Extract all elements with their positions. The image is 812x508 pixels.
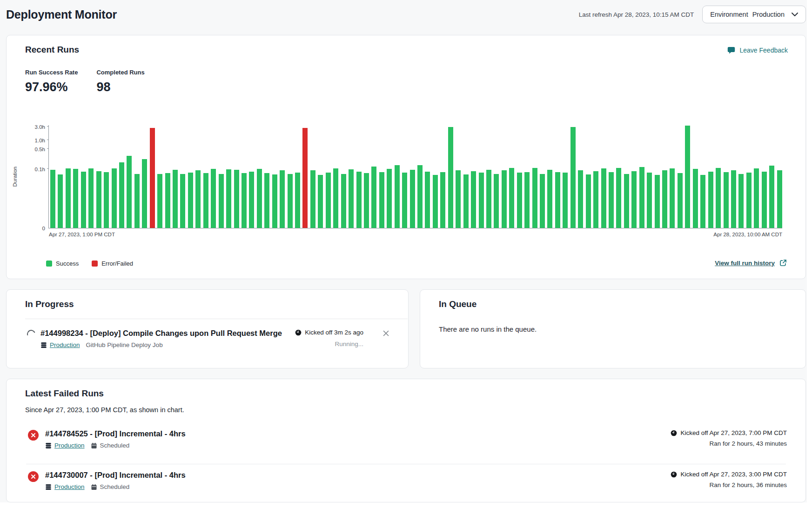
- chart-bar[interactable]: [738, 174, 744, 228]
- chart-bar[interactable]: [762, 172, 767, 228]
- chart-bar[interactable]: [731, 170, 736, 228]
- chart-bar[interactable]: [226, 169, 231, 228]
- chart-bar[interactable]: [517, 173, 522, 228]
- chart-bar[interactable]: [326, 173, 331, 228]
- chart-bar[interactable]: [601, 168, 606, 228]
- chart-bar[interactable]: [356, 172, 362, 228]
- chart-bar[interactable]: [234, 170, 239, 228]
- chart-bar[interactable]: [463, 174, 469, 228]
- chart-bar[interactable]: [66, 168, 71, 228]
- chart-bar[interactable]: [555, 172, 560, 228]
- chart-bar[interactable]: [754, 168, 759, 228]
- chart-bar[interactable]: [678, 173, 683, 228]
- chart-bar[interactable]: [486, 170, 491, 228]
- chart-bar[interactable]: [609, 172, 614, 228]
- chart-bar[interactable]: [341, 174, 346, 228]
- chart-bar[interactable]: [494, 174, 499, 228]
- chart-bar[interactable]: [417, 165, 423, 228]
- chart-bar[interactable]: [563, 173, 568, 228]
- chart-bar[interactable]: [639, 167, 644, 228]
- chart-bar[interactable]: [272, 174, 277, 228]
- chart-bar[interactable]: [119, 162, 124, 228]
- chart-bar[interactable]: [448, 127, 453, 228]
- chart-bar[interactable]: [456, 170, 461, 228]
- chart-bar[interactable]: [165, 173, 170, 228]
- chart-bar[interactable]: [547, 170, 552, 228]
- chart-bar[interactable]: [655, 175, 660, 228]
- chart-bar[interactable]: [219, 174, 224, 228]
- chart-bar[interactable]: [708, 172, 713, 228]
- chart-bar[interactable]: [257, 169, 262, 228]
- chart-bar[interactable]: [777, 170, 782, 228]
- chart-bar[interactable]: [402, 173, 407, 228]
- chart-bar[interactable]: [249, 172, 254, 228]
- chart-bar[interactable]: [58, 174, 63, 228]
- chart-bar[interactable]: [502, 170, 507, 228]
- chart-bar[interactable]: [647, 173, 652, 228]
- chart-bar[interactable]: [631, 171, 637, 228]
- chart-bar[interactable]: [81, 172, 86, 228]
- leave-feedback-link[interactable]: Leave Feedback: [727, 47, 788, 54]
- chart-bar[interactable]: [724, 172, 729, 228]
- chart-bar[interactable]: [318, 175, 323, 228]
- chart-bar[interactable]: [593, 171, 598, 228]
- chart-bar[interactable]: [425, 172, 430, 228]
- chart-bar[interactable]: [127, 156, 132, 228]
- chart-bar[interactable]: [670, 168, 675, 228]
- chart-bar[interactable]: [532, 168, 537, 228]
- chart-bar[interactable]: [693, 169, 698, 228]
- chart-bar[interactable]: [364, 173, 369, 228]
- chart-bar[interactable]: [142, 159, 147, 228]
- chart-bar[interactable]: [73, 169, 78, 228]
- chart-bar[interactable]: [310, 170, 315, 228]
- vertical-scrollbar-track[interactable]: [807, 0, 812, 508]
- chart-bar[interactable]: [280, 170, 285, 228]
- chart-bar[interactable]: [395, 165, 400, 228]
- chart-bar[interactable]: [112, 168, 117, 228]
- chart-bar[interactable]: [578, 170, 583, 228]
- environment-link[interactable]: Production: [54, 483, 85, 490]
- horizontal-scrollbar-track[interactable]: [0, 502, 807, 508]
- chart-bar[interactable]: [349, 169, 354, 228]
- environment-dropdown[interactable]: Environment Production: [702, 6, 806, 23]
- chart-bar[interactable]: [662, 170, 667, 228]
- chart-bar[interactable]: [211, 169, 216, 228]
- chart-bar[interactable]: [479, 173, 484, 228]
- view-history[interactable]: View full run history: [715, 259, 787, 267]
- chart-bar[interactable]: [104, 172, 109, 228]
- chart-bar[interactable]: [203, 173, 208, 228]
- chart-bar[interactable]: [295, 173, 300, 228]
- chart-bar[interactable]: [379, 172, 384, 228]
- environment-link[interactable]: Production: [54, 442, 85, 449]
- chart-bar[interactable]: [50, 170, 55, 228]
- chart-bar[interactable]: [188, 173, 193, 228]
- chart-bar[interactable]: [540, 174, 545, 228]
- chart-bar[interactable]: [96, 171, 101, 228]
- chart-bar[interactable]: [616, 168, 621, 228]
- chart-bar[interactable]: [134, 174, 140, 228]
- chart-bar[interactable]: [509, 168, 514, 228]
- chart-bar[interactable]: [433, 175, 438, 228]
- chart-bar[interactable]: [242, 173, 247, 228]
- chart-bar[interactable]: [173, 170, 178, 228]
- chart-bar[interactable]: [195, 170, 201, 228]
- chart-bar[interactable]: [769, 166, 774, 228]
- chart-bar[interactable]: [746, 173, 752, 228]
- chart-bar[interactable]: [150, 128, 155, 228]
- chart-bar[interactable]: [524, 172, 530, 228]
- x-icon[interactable]: [383, 330, 389, 337]
- view-history-link[interactable]: View full run history: [715, 260, 775, 267]
- chart-bar[interactable]: [624, 174, 629, 228]
- chart-bar[interactable]: [180, 174, 185, 228]
- chart-bar[interactable]: [716, 168, 721, 228]
- chart-bar[interactable]: [302, 128, 308, 228]
- chart-bar[interactable]: [264, 173, 269, 228]
- chart-bar[interactable]: [700, 175, 705, 228]
- chart-bar[interactable]: [410, 170, 415, 228]
- chart-bar[interactable]: [387, 169, 392, 228]
- chart-bar[interactable]: [157, 174, 162, 228]
- environment-link[interactable]: Production: [50, 341, 80, 348]
- chart-bar[interactable]: [88, 168, 94, 228]
- chart-bar[interactable]: [288, 174, 293, 228]
- chart-bar[interactable]: [570, 127, 576, 228]
